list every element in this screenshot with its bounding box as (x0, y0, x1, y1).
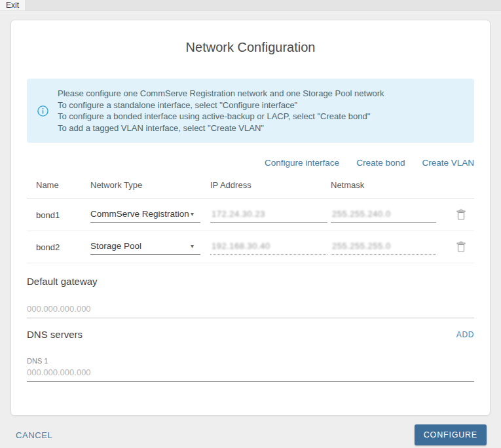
configure-button[interactable]: CONFIGURE (415, 424, 487, 445)
interface-name: bond2 (27, 242, 90, 252)
trash-icon (456, 209, 466, 221)
cancel-button[interactable]: CANCEL (16, 430, 52, 440)
network-type-select[interactable]: CommServe Registration ▾ (90, 207, 200, 223)
configure-interface-link[interactable]: Configure interface (265, 158, 339, 168)
column-header-network-type: Network Type (90, 177, 210, 190)
ip-address-field[interactable]: 192.168.30.40 (210, 240, 327, 255)
network-configuration-dialog: Network Configuration Please configure o… (10, 20, 491, 416)
column-header-actions (448, 177, 474, 180)
ip-address-value: 192.168.30.40 (212, 241, 270, 251)
default-gateway-input[interactable] (27, 303, 474, 318)
table-actions: Configure interface Create bond Create V… (27, 158, 474, 168)
table-row-bond1: bond1 CommServe Registration ▾ 172.24.30… (27, 199, 474, 231)
dialog-title: Network Configuration (27, 40, 474, 55)
interface-name: bond1 (27, 210, 90, 220)
chevron-down-icon: ▾ (191, 242, 194, 250)
ip-address-field[interactable]: 172.24.30.23 (210, 208, 327, 223)
network-type-value: CommServe Registration (90, 209, 189, 219)
create-bond-link[interactable]: Create bond (356, 158, 405, 168)
delete-row-button[interactable] (448, 241, 474, 253)
info-icon (37, 105, 48, 117)
info-text: Please configure one CommServe Registrat… (58, 88, 384, 134)
dns-servers-label: DNS servers (27, 329, 83, 340)
table-row-bond2: bond2 Storage Pool ▾ 192.168.30.40 255.2… (27, 231, 474, 263)
dns1-input[interactable] (27, 366, 474, 382)
delete-row-button[interactable] (448, 209, 474, 221)
netmask-field[interactable]: 255.255.255.0 (331, 240, 436, 255)
table-header-row: Name Network Type IP Address Netmask (27, 177, 474, 199)
info-line: To configure a standalone interface, sel… (58, 100, 384, 111)
column-header-netmask: Netmask (331, 177, 448, 190)
netmask-value: 255.255.240.0 (332, 209, 391, 219)
top-menu-bar: Exit (0, 0, 501, 11)
default-gateway-label: Default gateway (27, 276, 474, 287)
dns-section-header: DNS servers ADD (27, 329, 474, 340)
trash-icon (456, 241, 466, 253)
info-banner: Please configure one CommServe Registrat… (27, 79, 474, 143)
info-line: To configure a bonded interface using ac… (58, 111, 384, 122)
dns1-label: DNS 1 (27, 357, 474, 365)
add-dns-button[interactable]: ADD (456, 330, 474, 339)
create-vlan-link[interactable]: Create VLAN (422, 158, 474, 168)
column-header-name: Name (27, 177, 90, 190)
ip-address-value: 172.24.30.23 (212, 209, 265, 219)
exit-button[interactable]: Exit (0, 0, 26, 10)
column-header-ip-address: IP Address (210, 177, 331, 190)
dialog-footer: CANCEL CONFIGURE (0, 424, 501, 445)
netmask-value: 255.255.255.0 (332, 241, 391, 251)
chevron-down-icon: ▾ (191, 210, 194, 217)
info-line: To add a tagged VLAN interface, select "… (58, 122, 384, 134)
network-type-value: Storage Pool (90, 241, 141, 251)
interfaces-table: Name Network Type IP Address Netmask bon… (27, 177, 474, 263)
info-line: Please configure one CommServe Registrat… (58, 88, 384, 100)
dns-entry: DNS 1 (27, 357, 474, 382)
netmask-field[interactable]: 255.255.240.0 (331, 208, 436, 223)
network-type-select[interactable]: Storage Pool ▾ (90, 239, 200, 255)
